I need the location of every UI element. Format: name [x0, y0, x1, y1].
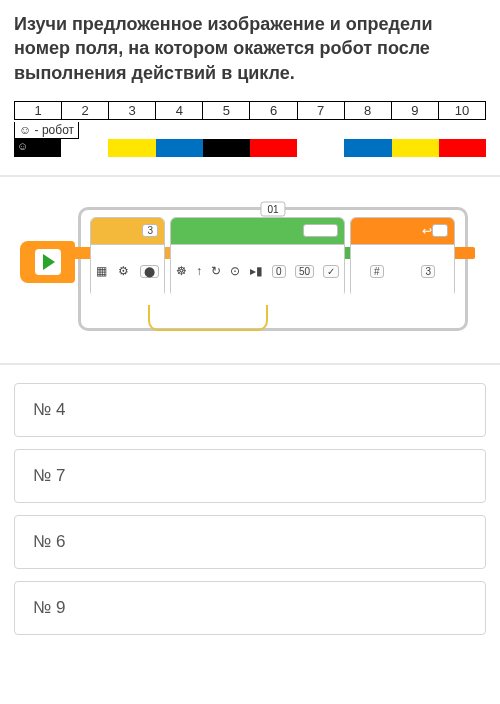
- strip-cell: [392, 139, 439, 157]
- robot-legend: ☺ - робот: [14, 122, 79, 139]
- strip-cell: [203, 139, 250, 157]
- cell-num: 5: [203, 101, 250, 119]
- loop-end-block: ↩ # # 3: [350, 217, 455, 297]
- data-wire: [148, 305, 268, 331]
- cell-num: 6: [250, 101, 297, 119]
- field-number-table: 1 2 3 4 5 6 7 8 9 10: [14, 101, 486, 120]
- answer-option[interactable]: № 6: [14, 515, 486, 569]
- rotations-icon: ↻: [211, 264, 221, 278]
- motor-check: ✓: [323, 265, 339, 278]
- play-icon: [35, 249, 61, 275]
- cell-num: 10: [438, 101, 485, 119]
- brick-icon: ▦: [96, 264, 107, 278]
- loop-hash2: #: [370, 265, 384, 278]
- cell-num: 3: [109, 101, 156, 119]
- strip-cell: [297, 139, 344, 157]
- strip-cell: [156, 139, 203, 157]
- color-sensor-block: 3 ▦ ⚙ ⬤: [90, 217, 165, 297]
- question-text: Изучи предложенное изображение и определ…: [14, 12, 486, 85]
- sensor-output: ⬤: [140, 265, 159, 278]
- cell-num: 2: [62, 101, 109, 119]
- motor-power: 50: [295, 265, 314, 278]
- loop-icon: ↩: [422, 224, 432, 238]
- color-strip: ☺: [14, 139, 486, 157]
- stop-icon: ▸▮: [250, 264, 263, 278]
- loop-hash: #: [432, 224, 448, 237]
- motor-block: B + C ☸ ↑ ↻ ⊙ ▸▮ 0 50 ✓: [170, 217, 345, 297]
- section-divider: [0, 175, 500, 177]
- motor-angle: 0: [272, 265, 286, 278]
- strip-cell: [250, 139, 297, 157]
- section-divider: [0, 363, 500, 365]
- degree-icon: ⊙: [230, 264, 240, 278]
- sensor-port-tag: 3: [142, 224, 158, 237]
- strip-cell: [108, 139, 155, 157]
- loop-count: 3: [421, 265, 435, 278]
- strip-cell: ☺: [14, 139, 61, 157]
- strip-cell: [61, 139, 108, 157]
- cell-num: 1: [15, 101, 62, 119]
- arrow-up-icon: ↑: [196, 264, 202, 278]
- strip-cell: [439, 139, 486, 157]
- cell-num: 4: [156, 101, 203, 119]
- steering-icon: ☸: [176, 264, 187, 278]
- cell-num: 9: [391, 101, 438, 119]
- robot-icon: ☺: [17, 140, 28, 152]
- motor-port-tag: B + C: [303, 224, 338, 237]
- cell-num: 8: [344, 101, 391, 119]
- answer-option[interactable]: № 9: [14, 581, 486, 635]
- answer-option[interactable]: № 4: [14, 383, 486, 437]
- strip-cell: [344, 139, 391, 157]
- cell-num: 7: [297, 101, 344, 119]
- loop-counter-badge: 01: [260, 201, 285, 216]
- ev3-program: 01 3 ▦ ⚙ ⬤ B + C ☸ ↑ ↻ ⊙ ▸▮ 0 50 ✓ ↩ #: [20, 195, 480, 345]
- start-block: [20, 241, 75, 283]
- answer-option[interactable]: № 7: [14, 449, 486, 503]
- gear-icon: ⚙: [118, 264, 129, 278]
- answer-options: № 4 № 7 № 6 № 9: [14, 383, 486, 635]
